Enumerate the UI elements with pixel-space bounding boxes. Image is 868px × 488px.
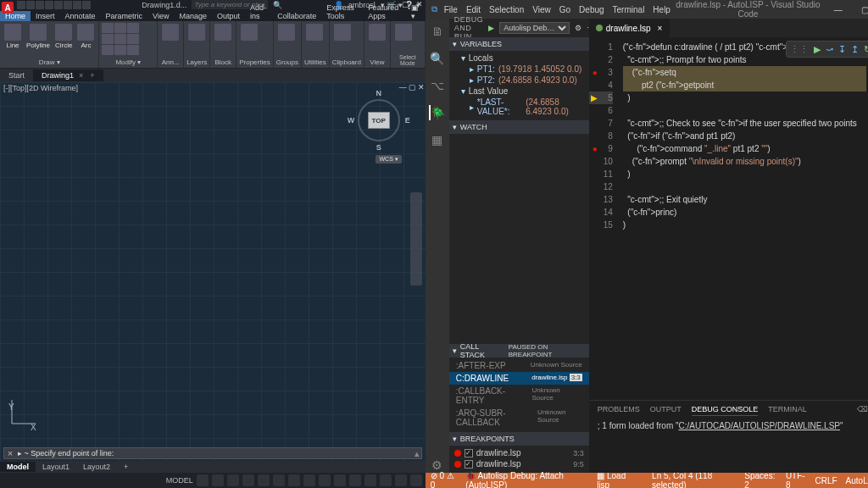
scm-icon[interactable]: ⌥ bbox=[430, 78, 445, 93]
ribbon-tab-collab[interactable]: Collaborate bbox=[272, 11, 321, 21]
close-icon[interactable]: × bbox=[79, 71, 83, 80]
search-icon[interactable]: 🔍 bbox=[430, 51, 445, 66]
editor-code[interactable]: ("c-fn">defun c:drawline ( / pt1 pt2) "c… bbox=[618, 37, 868, 400]
tab-layout1[interactable]: Layout1 bbox=[36, 462, 76, 472]
status-debug-config[interactable]: 🐞 Autolisp Debug: Attach (AutoLISP) bbox=[465, 471, 588, 488]
clipboard-button[interactable] bbox=[332, 23, 353, 42]
line-button[interactable]: Line bbox=[3, 23, 23, 50]
status-model[interactable]: MODEL bbox=[166, 476, 193, 485]
lastvalue-node[interactable]: ▾Last Value bbox=[449, 86, 589, 97]
view-button[interactable] bbox=[367, 23, 387, 42]
status-encoding[interactable]: UTF-8 bbox=[786, 471, 807, 488]
command-prompt[interactable]: ▸ ~ Specify end point of line: bbox=[16, 449, 413, 458]
debug-toolbar[interactable]: ⋮⋮ ▶ ⤻ ↧ ↥ ↻ ◼ bbox=[786, 41, 868, 58]
modify-tools[interactable] bbox=[102, 23, 139, 55]
locals-node[interactable]: ▾Locals bbox=[449, 53, 589, 64]
arc-button[interactable]: Arc bbox=[75, 23, 96, 50]
layout-tabs[interactable]: Model Layout1 Layout2 + bbox=[0, 461, 426, 473]
block-button[interactable] bbox=[213, 23, 233, 42]
debug-console-output[interactable]: ; 1 form loaded from "C:/AUTOCAD/AUTOLIS… bbox=[589, 418, 868, 473]
menu-go[interactable]: Go bbox=[559, 5, 570, 14]
menu-terminal[interactable]: Terminal bbox=[613, 5, 645, 14]
viewport-label[interactable]: [-][Top][2D Wireframe] bbox=[3, 84, 78, 92]
panel-tabs[interactable]: PROBLEMS OUTPUT DEBUG CONSOLE TERMINAL ⌫… bbox=[589, 401, 868, 418]
editor-gutter[interactable]: 12●34▶5678●9101112131415 bbox=[589, 37, 618, 400]
status-cursor[interactable]: Ln 5, Col 4 (118 selected) bbox=[652, 471, 736, 488]
menu-file[interactable]: File bbox=[444, 5, 458, 14]
extensions-icon[interactable]: ▦ bbox=[430, 132, 445, 147]
doc-tab-start[interactable]: Start bbox=[0, 69, 33, 81]
ribbon-tab-addins[interactable]: Add-ins bbox=[245, 3, 272, 21]
search-icon[interactable]: 🔍 bbox=[273, 1, 282, 9]
wcs-button[interactable]: WCS ▾ bbox=[376, 155, 401, 164]
menu-help[interactable]: Help bbox=[653, 5, 670, 14]
tab-output[interactable]: OUTPUT bbox=[650, 403, 682, 415]
tab-debug-console[interactable]: DEBUG CONSOLE bbox=[692, 403, 759, 416]
section-breakpoints[interactable]: ▾Breakpoints bbox=[449, 432, 589, 446]
doc-tab-drawing1[interactable]: Drawing1×+ bbox=[33, 69, 103, 81]
ribbon-tabs[interactable]: Home Insert Annotate Parametric View Man… bbox=[0, 9, 426, 21]
annotation-button[interactable] bbox=[160, 23, 181, 42]
status-language[interactable]: AutoLISP bbox=[846, 476, 868, 485]
status-eol[interactable]: CRLF bbox=[815, 476, 837, 485]
tab-terminal[interactable]: TERMINAL bbox=[768, 403, 807, 415]
layers-button[interactable] bbox=[186, 23, 207, 42]
groups-button[interactable] bbox=[276, 23, 297, 42]
breakpoint-item[interactable]: ✓drawline.lsp9:5 bbox=[449, 458, 589, 469]
var-lastvalue[interactable]: ▸*LAST-VALUE*: (24.6858 6.4923 0.0) bbox=[449, 97, 589, 117]
stack-frame[interactable]: C:DRAWLINEdrawline.lsp 3:3 bbox=[449, 372, 589, 385]
status-spaces[interactable]: Spaces: 2 bbox=[744, 471, 777, 488]
utilities-button[interactable] bbox=[304, 23, 325, 42]
viewcube[interactable]: TOP N S E W bbox=[349, 91, 409, 150]
ribbon-tab-insert[interactable]: Insert bbox=[31, 11, 60, 21]
status-errors[interactable]: ⊘ 0 ⚠ 0 bbox=[431, 471, 458, 488]
navigation-bar[interactable] bbox=[410, 192, 422, 286]
document-tabs[interactable]: Start Drawing1×+ bbox=[0, 69, 426, 82]
circle-button[interactable]: Circle bbox=[53, 23, 74, 50]
step-into-button[interactable]: ↧ bbox=[838, 44, 846, 55]
ribbon-tab-annotate[interactable]: Annotate bbox=[60, 11, 101, 21]
menu-debug[interactable]: Debug bbox=[579, 5, 604, 14]
continue-button[interactable]: ▶ bbox=[814, 44, 821, 55]
debug-config-select[interactable]: Autolisp Deb… bbox=[499, 22, 570, 34]
ribbon-tab-parametric[interactable]: Parametric bbox=[101, 11, 148, 21]
section-callstack[interactable]: ▾Call StackPAUSED ON BREAKPOINT bbox=[449, 344, 589, 358]
menu-selection[interactable]: Selection bbox=[489, 5, 524, 14]
breakpoint-item[interactable]: ✓drawline.lsp3:3 bbox=[449, 447, 589, 458]
close-icon[interactable]: × bbox=[658, 24, 663, 33]
ribbon-tab-express[interactable]: Express Tools bbox=[321, 3, 363, 21]
vscode-menu[interactable]: File Edit Selection View Go Debug Termin… bbox=[444, 5, 670, 14]
tab-model[interactable]: Model bbox=[0, 462, 36, 472]
autocad-statusbar[interactable]: MODEL bbox=[0, 473, 426, 488]
var-pt2[interactable]: ▸PT2: (24.6858 6.4923 0.0) bbox=[449, 75, 589, 86]
polyline-button[interactable]: Polyline bbox=[25, 23, 52, 50]
drawing-canvas[interactable]: —▢✕ [-][Top][2D Wireframe] TOP N S E W W… bbox=[0, 82, 426, 461]
code-editor[interactable]: 12●34▶5678●9101112131415 ("c-fn">defun c… bbox=[589, 37, 868, 400]
clear-icon[interactable]: ⌫ bbox=[857, 405, 868, 413]
step-out-button[interactable]: ↥ bbox=[851, 44, 859, 55]
tab-add-layout[interactable]: + bbox=[117, 462, 135, 472]
command-line[interactable]: × ▸ ~ Specify end point of line: ▴ bbox=[3, 447, 422, 459]
gear-icon[interactable]: ⚙ bbox=[575, 24, 581, 32]
menu-view[interactable]: View bbox=[532, 5, 551, 14]
restart-button[interactable]: ↻ bbox=[864, 44, 868, 55]
stack-frame[interactable]: :CALLBACK-ENTRYUnknown Source bbox=[449, 385, 589, 407]
debug-icon[interactable]: 🪲 bbox=[429, 105, 444, 120]
autocad-window-buttons[interactable]: —▢✕ bbox=[387, 0, 426, 9]
section-watch[interactable]: ▾Watch bbox=[449, 120, 589, 134]
stack-frame[interactable]: :ARQ-SUBR-CALLBACKUnknown Source bbox=[449, 407, 589, 429]
editor-tabs[interactable]: drawline.lsp× bbox=[589, 19, 868, 37]
vscode-window-buttons[interactable]: —▢✕ bbox=[826, 5, 868, 14]
tab-problems[interactable]: PROBLEMS bbox=[598, 403, 640, 415]
start-debug-icon[interactable]: ▶ bbox=[488, 24, 494, 32]
section-variables[interactable]: ▾Variables bbox=[449, 37, 589, 51]
ribbon-tab-view[interactable]: View bbox=[147, 11, 174, 21]
status-load-lisp[interactable]: ▦ Load lisp bbox=[597, 471, 635, 488]
properties-button[interactable] bbox=[239, 23, 259, 42]
close-icon[interactable]: × bbox=[4, 448, 16, 458]
drag-handle-icon[interactable]: ⋮⋮ bbox=[790, 44, 809, 55]
explorer-icon[interactable]: 🗎 bbox=[430, 24, 445, 39]
ribbon-tab-output[interactable]: Output bbox=[212, 11, 245, 21]
vscode-statusbar[interactable]: ⊘ 0 ⚠ 0 🐞 Autolisp Debug: Attach (AutoLI… bbox=[426, 473, 868, 488]
select-button[interactable] bbox=[393, 23, 414, 42]
